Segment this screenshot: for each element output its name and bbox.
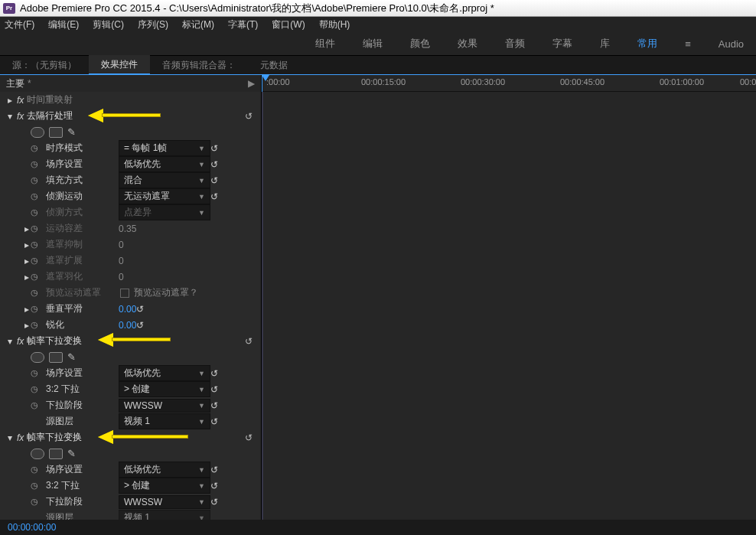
menu-marker[interactable]: 标记(M)	[182, 18, 214, 31]
timeline-body[interactable]	[262, 92, 756, 520]
stopwatch-icon[interactable]: ◷	[31, 368, 41, 378]
menu-window[interactable]: 窗口(W)	[272, 18, 305, 31]
stopwatch-icon[interactable]: ◷	[31, 497, 41, 507]
prop-source-layer-2: 源图层 视频 1▼	[0, 510, 261, 520]
dropdown[interactable]: 视频 1▼	[119, 413, 210, 429]
twirl-icon[interactable]: ▸	[23, 240, 31, 250]
rect-mask-icon[interactable]	[49, 449, 63, 459]
stopwatch-icon[interactable]: ◷	[31, 207, 41, 217]
timecode[interactable]: 00:00:00:00	[8, 522, 56, 533]
pen-mask-icon[interactable]: ✎	[67, 448, 76, 459]
menu-sequence[interactable]: 序列(S)	[138, 18, 168, 31]
reset-icon[interactable]: ↺	[210, 159, 218, 170]
dropdown[interactable]: > 创建▼	[119, 478, 210, 494]
workspace-audio-ws[interactable]: 音频	[505, 37, 525, 51]
dropdown-motion-detect[interactable]: 无运动遮罩▼	[119, 188, 210, 204]
stopwatch-icon[interactable]: ◷	[31, 223, 41, 233]
stopwatch-icon[interactable]: ◷	[31, 481, 41, 491]
twirl-icon[interactable]: ▸	[23, 223, 31, 234]
tab-effect-controls[interactable]: 效果控件	[89, 55, 150, 75]
stopwatch-icon[interactable]: ◷	[31, 384, 41, 394]
dropdown[interactable]: 视频 1▼	[119, 510, 210, 520]
reset-icon[interactable]: ↺	[210, 416, 218, 427]
effect-deinterlace[interactable]: ▾ fx 去隔行处理 ↺	[0, 108, 261, 124]
menu-clip[interactable]: 剪辑(C)	[93, 18, 124, 31]
twirl-icon[interactable]: ▸	[6, 95, 14, 106]
workspace-color[interactable]: 颜色	[410, 37, 430, 51]
reset-icon[interactable]: ↺	[136, 304, 144, 315]
stopwatch-icon[interactable]: ◷	[31, 240, 41, 250]
twirl-icon[interactable]: ▸	[23, 256, 31, 266]
workspace-common[interactable]: 常用	[637, 37, 657, 51]
reset-icon[interactable]: ↺	[210, 191, 218, 202]
timeline[interactable]: :00:00 00:00:15:00 00:00:30:00 00:00:45:…	[262, 75, 756, 520]
stopwatch-icon[interactable]: ◷	[31, 465, 41, 475]
stopwatch-icon[interactable]: ◷	[31, 288, 41, 298]
reset-icon[interactable]: ↺	[210, 497, 218, 507]
menu-help[interactable]: 帮助(H)	[319, 18, 350, 31]
reset-icon[interactable]: ↺	[210, 400, 218, 411]
twirl-icon[interactable]: ▸	[23, 272, 31, 282]
dropdown[interactable]: > 创建▼	[119, 381, 210, 397]
tab-audio-mixer[interactable]: 音频剪辑混合器：	[150, 55, 248, 75]
menu-file[interactable]: 文件(F)	[5, 18, 34, 31]
pen-mask-icon[interactable]: ✎	[67, 351, 76, 363]
prop-value[interactable]: 0.00	[119, 304, 136, 315]
dropdown[interactable]: WWSSW▼	[119, 495, 210, 509]
reset-icon[interactable]: ↺	[210, 175, 218, 186]
reset-icon[interactable]: ↺	[210, 368, 218, 379]
stopwatch-icon[interactable]: ◷	[31, 191, 41, 201]
dropdown[interactable]: 低场优先▼	[119, 365, 210, 381]
stopwatch-icon[interactable]: ◷	[31, 143, 41, 153]
reset-icon[interactable]: ↺	[210, 465, 218, 475]
effect-pulldown-2[interactable]: ▾ fx 帧率下拉变换 ↺	[0, 429, 261, 445]
ellipse-mask-icon[interactable]	[31, 449, 44, 459]
rect-mask-icon[interactable]	[49, 352, 63, 363]
reset-icon[interactable]: ↺	[210, 384, 218, 395]
twirl-icon[interactable]: ▸	[23, 304, 31, 315]
reset-icon[interactable]: ↺	[243, 335, 255, 347]
dropdown-field-order[interactable]: 低场优先▼	[119, 156, 210, 172]
go-to-playhead-icon[interactable]: ▶	[248, 78, 255, 89]
twirl-icon[interactable]: ▾	[6, 336, 14, 347]
main-area: 主要 * ▶ ▸ fx 时间重映射 ▾ fx 去隔行处理 ↺ ✎ ◷	[0, 75, 756, 520]
ellipse-mask-icon[interactable]	[31, 127, 44, 138]
effect-time-remap[interactable]: ▸ fx 时间重映射	[0, 92, 261, 108]
stopwatch-icon[interactable]: ◷	[31, 256, 41, 266]
workspace-audio[interactable]: Audio	[719, 38, 744, 50]
reset-icon[interactable]: ↺	[210, 143, 218, 154]
dropdown-timing-mode[interactable]: = 每帧 1帧▼	[119, 140, 210, 156]
stopwatch-icon[interactable]: ◷	[31, 320, 41, 330]
workspace-menu-icon[interactable]: ≡	[685, 38, 691, 50]
pen-mask-icon[interactable]: ✎	[67, 126, 76, 138]
reset-icon[interactable]: ↺	[136, 320, 144, 331]
dropdown[interactable]: 低场优先▼	[119, 462, 210, 478]
workspace-effects[interactable]: 效果	[458, 37, 477, 51]
stopwatch-icon[interactable]: ◷	[31, 175, 41, 185]
stopwatch-icon[interactable]: ◷	[31, 159, 41, 169]
prop-value[interactable]: 0.00	[119, 320, 136, 331]
dropdown[interactable]: WWSSW▼	[119, 399, 210, 413]
workspace-assembly[interactable]: 组件	[315, 37, 335, 51]
stopwatch-icon[interactable]: ◷	[31, 304, 41, 314]
menu-edit[interactable]: 编辑(E)	[48, 18, 79, 31]
tab-source[interactable]: 源：（无剪辑）	[0, 55, 89, 75]
time-ruler[interactable]: :00:00 00:00:15:00 00:00:30:00 00:00:45:…	[262, 75, 756, 92]
twirl-icon[interactable]: ▾	[6, 111, 14, 122]
rect-mask-icon[interactable]	[49, 127, 63, 138]
workspace-editing[interactable]: 编辑	[363, 37, 383, 51]
menu-title[interactable]: 字幕(T)	[228, 18, 258, 31]
twirl-icon[interactable]: ▸	[23, 320, 31, 331]
stopwatch-icon[interactable]: ◷	[31, 272, 41, 282]
dropdown-fill-method[interactable]: 混合▼	[119, 172, 210, 188]
reset-icon[interactable]: ↺	[243, 432, 255, 444]
ellipse-mask-icon[interactable]	[31, 352, 44, 363]
effect-pulldown-1[interactable]: ▾ fx 帧率下拉变换 ↺	[0, 333, 261, 349]
reset-icon[interactable]: ↺	[243, 110, 255, 122]
tab-metadata[interactable]: 元数据	[248, 55, 300, 75]
reset-icon[interactable]: ↺	[210, 481, 218, 491]
workspace-library[interactable]: 库	[600, 37, 610, 51]
twirl-icon[interactable]: ▾	[6, 432, 14, 443]
workspace-titles[interactable]: 字幕	[552, 37, 572, 51]
stopwatch-icon[interactable]: ◷	[31, 400, 41, 410]
